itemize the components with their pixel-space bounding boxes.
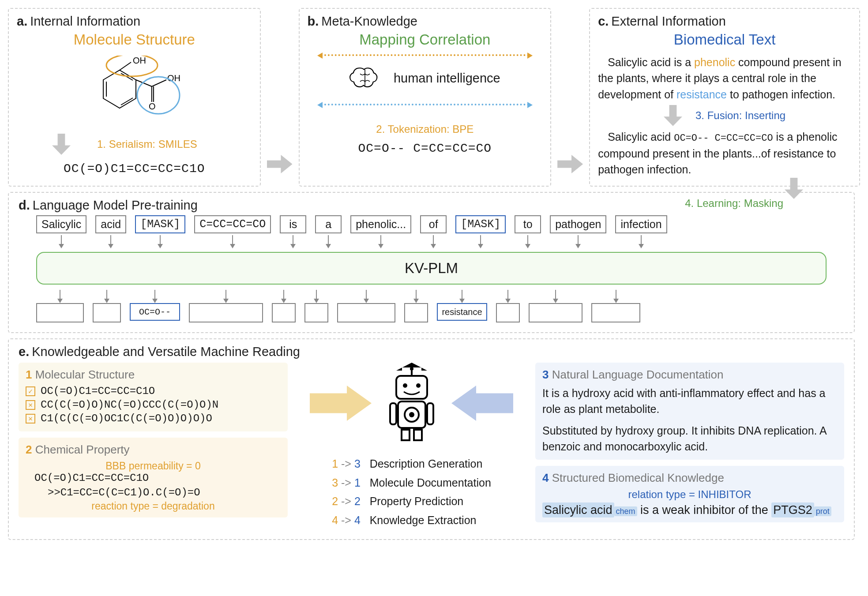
input-token: is: [280, 215, 306, 233]
thin-arrow-down-icon: [104, 290, 110, 303]
robot-icon: [380, 363, 443, 444]
thin-arrow-down-icon: [477, 235, 484, 248]
thin-arrow-down-icon: [552, 290, 559, 303]
fused-text: Salicylic acid OC=O-- C=CC=CC=CO is a ph…: [598, 129, 851, 177]
token-col: [MASK]: [135, 215, 185, 248]
card2-smiles-2: >>C1=CC=C(C=C1)O.C(=O)=O: [48, 487, 281, 499]
out-col: [189, 288, 263, 322]
svg-point-10: [137, 77, 180, 114]
output-token-empty: [189, 303, 263, 322]
card-num: 1: [26, 368, 32, 381]
svg-line-4: [120, 62, 131, 70]
svg-point-15: [410, 367, 413, 371]
token-col: to: [515, 215, 541, 248]
input-token: of: [420, 215, 447, 233]
mol-oh-text: OH: [133, 56, 146, 65]
out-col: resistance: [437, 288, 487, 321]
molecule-svg: OH O OH: [79, 56, 189, 128]
thin-arrow-down-icon: [223, 290, 229, 303]
panel-d-letter: d.: [19, 198, 30, 212]
panel-c-header: c.External Information: [598, 14, 851, 29]
smiles-text: OC(=O)C1=CC=CC=C1O: [41, 385, 155, 397]
check-icon: ✓: [26, 386, 35, 396]
step-1-label: 1. Serialism: SMILES: [79, 138, 252, 150]
text-span: Salicylic acid is a: [608, 56, 694, 68]
card3-p1: It is a hydroxy acid with anti-inflammat…: [542, 385, 837, 417]
out-col: [496, 288, 520, 322]
card-chemical-property: 2 Chemical Property BBB permeability = 0…: [19, 438, 288, 517]
arrow-right-icon: [267, 155, 293, 173]
card-num: 3: [542, 368, 549, 381]
output-token-empty: [93, 303, 121, 322]
input-token: a: [315, 215, 342, 233]
entity-prot: PTGS2: [771, 502, 814, 517]
input-token: [MASK]: [455, 215, 506, 233]
molecule-drawing: OH O OH: [17, 54, 252, 129]
arrow-b-to-c: [557, 8, 583, 187]
thin-arrow-down-icon: [413, 290, 419, 303]
out-col: [404, 288, 428, 322]
thin-arrow-down-icon: [290, 235, 296, 248]
step-2-label: 2. Tokenization: BPE: [308, 123, 543, 135]
output-token-empty: [272, 303, 296, 322]
card-2-title: 2 Chemical Property: [26, 443, 281, 457]
step-3-label: 3. Fusion: Inserting: [695, 109, 785, 122]
arrow-down-icon: [52, 134, 71, 155]
svg-rect-11: [396, 376, 427, 399]
smiles-option-row: ✓OC(=O)C1=CC=CC=C1O: [26, 385, 281, 397]
out-col: [304, 288, 328, 322]
human-intelligence-text: human intelligence: [394, 71, 500, 86]
card2-smiles-1: OC(=O)C1=CC=CC=C1O: [34, 472, 281, 484]
thin-arrow-down-icon: [430, 235, 436, 248]
svg-line-5: [136, 80, 152, 86]
task-row: 1 -> 3 Description Generation: [332, 454, 491, 473]
output-token-empty: [404, 303, 428, 322]
thin-arrow-down-icon: [157, 235, 163, 248]
output-token-empty: [529, 303, 582, 322]
dotted-arrow-orange-icon: [321, 54, 530, 56]
input-token: acid: [95, 215, 126, 233]
biomedical-text-1: Salicylic acid is a phenolic compound pr…: [598, 54, 851, 102]
thin-arrow-down-icon: [281, 290, 287, 303]
tag-prot: prot: [814, 506, 831, 516]
out-col: [36, 288, 84, 322]
out-col: [93, 288, 121, 322]
text-span: to pathogen infection.: [727, 88, 835, 101]
panel-versatile-reading: e.Knowledgeable and Versatile Machine Re…: [8, 338, 855, 540]
panel-a-subtitle: Molecule Structure: [17, 31, 252, 48]
thin-arrow-down-icon: [613, 290, 619, 303]
panel-b-letter: b.: [308, 14, 319, 28]
panel-pretraining: d.Language Model Pre-training 4. Learnin…: [8, 192, 855, 333]
arrow-right-icon: [557, 155, 583, 173]
svg-rect-22: [414, 430, 422, 440]
tag-chem: chem: [614, 506, 637, 516]
thin-arrow-down-icon: [152, 290, 158, 303]
card-structured-knowledge: 4 Structured Biomedical Knowledge relati…: [535, 466, 844, 522]
resistance-word: resistance: [676, 88, 727, 101]
mol-oh2-text: OH: [167, 73, 180, 83]
panel-e-header: e.Knowledgeable and Versatile Machine Re…: [19, 345, 844, 359]
thin-arrow-down-icon: [525, 235, 531, 248]
output-token-empty: [36, 303, 84, 322]
panel-e-title: Knowledgeable and Versatile Machine Read…: [32, 345, 300, 359]
input-token: infection: [615, 215, 667, 233]
card-title-text: Chemical Property: [35, 443, 130, 456]
bbb-label: BBB permeability = 0: [26, 460, 281, 472]
relation-sentence: Salicylic acidchem is a weak inhibitor o…: [542, 503, 837, 517]
out-col: [272, 288, 296, 322]
panel-external-information: c.External Information Biomedical Text S…: [589, 8, 860, 187]
card-3-title: 3 Natural Language Documentation: [542, 368, 837, 382]
thin-arrow-down-icon: [229, 235, 236, 248]
mol-o-text: O: [149, 101, 156, 111]
input-token: pathogen: [550, 215, 606, 233]
step-4-label: 4. Learning: Masking: [685, 197, 783, 210]
smiles-string: OC(=O)C1=CC=CC=C1O: [17, 162, 252, 176]
reaction-type-label: reaction type = degradation: [26, 500, 281, 512]
card-title-text: Structured Biomedical Knowledge: [552, 471, 724, 484]
svg-point-9: [106, 56, 158, 76]
input-token: phenolic...: [350, 215, 411, 233]
svg-point-18: [409, 412, 414, 417]
panel-c-title: External Information: [611, 14, 726, 28]
entity-chem: Salicylic acid: [542, 502, 614, 517]
card-1-title: 1 Molecular Structure: [26, 368, 281, 382]
